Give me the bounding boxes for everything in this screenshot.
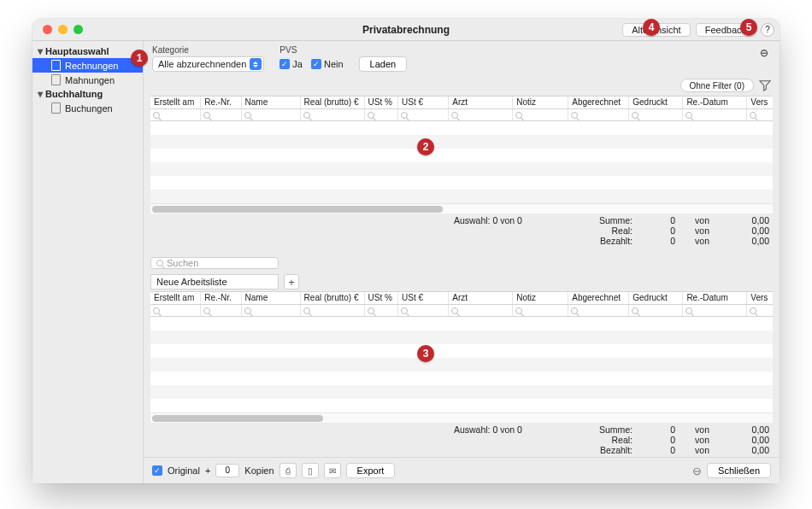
search-icon	[303, 307, 310, 314]
help-button[interactable]: ?	[761, 23, 774, 37]
column-filter[interactable]	[568, 109, 629, 120]
column-filter[interactable]	[365, 109, 398, 120]
table-filter-row	[150, 109, 773, 121]
column-filter[interactable]	[242, 305, 301, 316]
search-icon	[632, 307, 638, 314]
column-filter[interactable]	[747, 305, 773, 316]
laden-button[interactable]: Laden	[359, 56, 408, 72]
search-icon	[632, 112, 638, 119]
search-icon	[401, 112, 408, 119]
add-worklist-button[interactable]: +	[284, 274, 299, 290]
column-header[interactable]: Gedruckt	[629, 292, 683, 304]
worklist-name-input[interactable]: Neue Arbeitsliste	[150, 274, 279, 290]
column-filter[interactable]	[747, 109, 773, 120]
column-filter[interactable]	[513, 109, 568, 120]
sidebar-group-label: Hauptauswahl	[45, 46, 109, 56]
column-header[interactable]: Abgerechnet	[568, 97, 629, 108]
column-filter[interactable]	[201, 109, 241, 120]
column-filter[interactable]	[242, 109, 301, 120]
sidebar-group-hauptauswahl[interactable]: ▶ Hauptauswahl	[32, 44, 143, 58]
column-filter[interactable]	[629, 109, 683, 120]
column-header[interactable]: USt %	[365, 97, 399, 108]
kopien-input[interactable]: 0	[215, 464, 239, 477]
column-header[interactable]: Real (brutto) €	[301, 292, 365, 304]
column-header[interactable]: Vers	[747, 97, 773, 108]
column-filter[interactable]	[150, 305, 201, 316]
column-header[interactable]: Re.-Datum	[683, 292, 747, 304]
toolbar: Kategorie Alle abzurechnenden PVS ✓Ja ✓N…	[144, 41, 780, 79]
sidebar-item-buchungen[interactable]: Buchungen	[32, 101, 143, 115]
column-header[interactable]: Re.-Nr.	[201, 97, 241, 108]
column-filter[interactable]	[398, 305, 449, 316]
kategorie-select[interactable]: Alle abzurechnenden	[152, 56, 264, 72]
column-header[interactable]: Re.-Datum	[683, 97, 747, 108]
column-filter[interactable]	[683, 305, 747, 316]
plus-label: +	[205, 465, 210, 476]
horizontal-scrollbar[interactable]	[150, 412, 773, 423]
column-header[interactable]: Real (brutto) €	[301, 97, 365, 108]
search-icon	[401, 307, 408, 314]
column-header[interactable]: Arzt	[449, 292, 513, 304]
table-filter-row	[150, 305, 773, 317]
column-header[interactable]: USt €	[398, 97, 449, 108]
pvs-ja-checkbox[interactable]: ✓Ja	[279, 59, 303, 69]
table-body[interactable]	[150, 317, 773, 412]
document-icon	[51, 74, 61, 85]
original-checkbox[interactable]: ✓	[152, 465, 162, 476]
column-header[interactable]: Gedruckt	[629, 97, 683, 108]
more-icon[interactable]: ⊖	[757, 46, 771, 60]
mail-button[interactable]: ✉	[324, 463, 341, 478]
worklist-table: Erstellt amRe.-Nr.NameReal (brutto) €USt…	[150, 291, 773, 423]
document-icon	[51, 102, 61, 114]
print-button[interactable]: ⎙	[279, 463, 297, 478]
sidebar-group-buchhaltung[interactable]: ▶ Buchhaltung	[32, 87, 143, 101]
horizontal-scrollbar[interactable]	[150, 203, 773, 214]
column-filter[interactable]	[449, 109, 513, 120]
column-filter[interactable]	[568, 305, 629, 316]
ohne-filter-button[interactable]: Ohne Filter (0)	[680, 79, 754, 92]
column-header[interactable]: Abgerechnet	[568, 292, 629, 304]
column-filter[interactable]	[513, 305, 568, 316]
kategorie-label: Kategorie	[152, 45, 264, 55]
export-button[interactable]: Export	[346, 463, 396, 478]
search-input[interactable]: Suchen	[150, 257, 279, 269]
column-header[interactable]: Vers	[747, 292, 773, 304]
pvs-nein-checkbox[interactable]: ✓Nein	[311, 59, 344, 69]
column-filter[interactable]	[150, 109, 201, 120]
column-header[interactable]: USt €	[398, 292, 449, 304]
column-header[interactable]: Re.-Nr.	[201, 292, 241, 304]
remove-icon[interactable]: ⊖	[692, 465, 702, 477]
search-icon	[451, 307, 458, 314]
annotation-3: 3	[417, 345, 434, 362]
search-icon	[451, 112, 458, 119]
column-filter[interactable]	[629, 305, 683, 316]
column-header[interactable]: Name	[242, 292, 301, 304]
column-filter[interactable]	[201, 305, 241, 316]
column-header[interactable]: Erstellt am	[150, 292, 201, 304]
summary-bottom: Auswahl: 0 von 0 Summe:0von0,00Real:0von…	[144, 423, 780, 457]
column-header[interactable]: Notiz	[513, 292, 568, 304]
search-icon	[750, 307, 756, 314]
column-header[interactable]: Erstellt am	[150, 97, 201, 108]
column-filter[interactable]	[301, 109, 365, 120]
column-filter[interactable]	[449, 305, 513, 316]
table-header: Erstellt amRe.-Nr.NameReal (brutto) €USt…	[150, 96, 773, 109]
column-header[interactable]: Arzt	[449, 97, 513, 108]
kopien-label: Kopien	[244, 465, 274, 476]
sidebar-item-mahnungen[interactable]: Mahnungen	[32, 73, 143, 87]
search-icon	[368, 112, 374, 119]
search-icon	[571, 307, 578, 314]
close-button[interactable]: Schließen	[707, 463, 771, 478]
column-header[interactable]: Name	[242, 97, 301, 108]
search-placeholder: Suchen	[167, 258, 198, 268]
column-filter[interactable]	[365, 305, 398, 316]
column-filter[interactable]	[301, 305, 365, 316]
sidebar-item-rechnungen[interactable]: Rechnungen	[32, 58, 143, 73]
column-header[interactable]: USt %	[365, 292, 399, 304]
column-filter[interactable]	[398, 109, 449, 120]
table-body[interactable]	[150, 121, 773, 203]
filter-icon[interactable]	[759, 79, 771, 91]
column-header[interactable]: Notiz	[513, 97, 568, 108]
document-button[interactable]: ▯	[302, 463, 319, 478]
column-filter[interactable]	[683, 109, 747, 120]
